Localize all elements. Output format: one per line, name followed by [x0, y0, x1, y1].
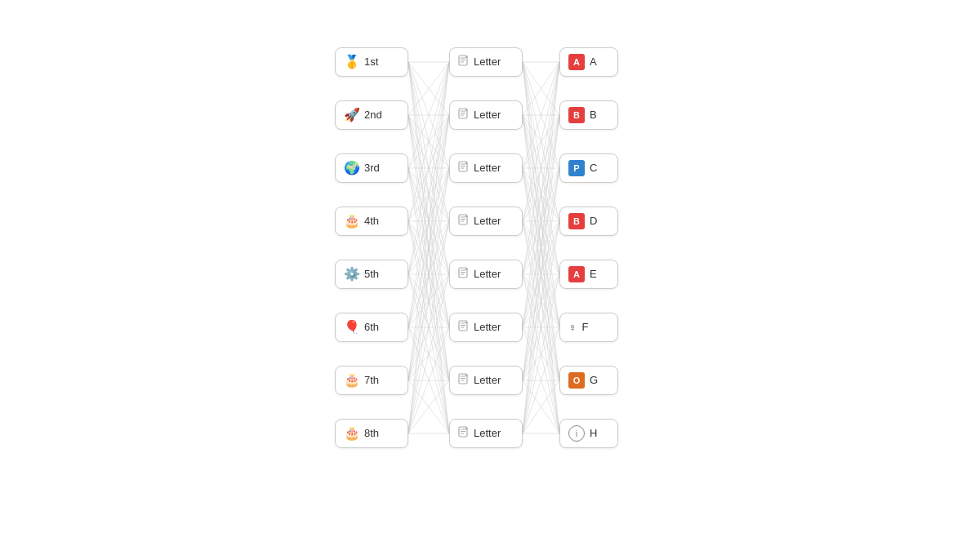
letter-icon-7 [458, 426, 470, 440]
svg-line-84 [408, 168, 449, 327]
left-label-6: 7th [364, 374, 379, 386]
svg-line-14 [408, 62, 449, 433]
svg-line-42 [408, 168, 449, 327]
right-label-4: E [590, 268, 597, 280]
right-node-2[interactable]: P C [559, 153, 618, 183]
svg-line-116 [408, 168, 449, 433]
svg-line-85 [523, 168, 559, 327]
middle-node-0[interactable]: Letter [449, 47, 523, 77]
svg-line-21 [523, 115, 559, 168]
svg-line-86 [408, 221, 449, 327]
svg-line-13 [523, 62, 559, 380]
right-node-0[interactable]: A A [559, 47, 618, 77]
right-node-3[interactable]: B D [559, 207, 618, 236]
right-label-0: A [590, 56, 597, 68]
svg-line-112 [408, 62, 449, 433]
svg-line-110 [408, 380, 449, 433]
svg-line-38 [408, 168, 449, 221]
svg-line-62 [408, 221, 449, 433]
right-node-4[interactable]: A E [559, 260, 618, 289]
badge-0: A [568, 54, 585, 70]
svg-line-60 [408, 221, 449, 380]
svg-line-79 [523, 274, 559, 433]
svg-line-100 [408, 168, 449, 380]
svg-line-40 [408, 168, 449, 274]
right-node-5[interactable]: ♀ F [559, 313, 618, 342]
middle-label-7: Letter [474, 427, 501, 439]
svg-line-97 [523, 62, 559, 380]
left-node-4[interactable]: ⚙️ 5th [335, 260, 408, 289]
left-label-7: 8th [364, 427, 379, 439]
middle-node-5[interactable]: Letter [449, 313, 523, 342]
middle-node-3[interactable]: Letter [449, 207, 523, 236]
badge-3: B [568, 213, 585, 229]
left-emoji-6: 🎂 [344, 374, 360, 387]
svg-line-10 [408, 62, 449, 327]
left-label-1: 2nd [364, 109, 382, 121]
svg-line-11 [523, 62, 559, 327]
middle-label-3: Letter [474, 215, 501, 227]
svg-line-59 [523, 221, 559, 327]
svg-line-61 [523, 221, 559, 380]
left-node-0[interactable]: 🥇 1st [335, 47, 408, 77]
svg-line-64 [408, 62, 449, 274]
svg-line-22 [408, 115, 449, 221]
left-emoji-7: 🎂 [344, 427, 360, 440]
svg-line-89 [523, 274, 559, 327]
svg-line-49 [523, 62, 559, 221]
right-node-6[interactable]: O G [559, 366, 618, 395]
letter-icon-6 [458, 373, 470, 387]
svg-line-27 [523, 115, 559, 327]
svg-line-107 [523, 327, 559, 380]
left-label-0: 1st [364, 56, 378, 68]
svg-line-88 [408, 274, 449, 327]
svg-line-96 [408, 62, 449, 380]
right-node-1[interactable]: B B [559, 100, 618, 130]
middle-label-0: Letter [474, 56, 501, 68]
svg-line-95 [523, 327, 559, 433]
svg-line-28 [408, 115, 449, 380]
left-emoji-5: 🎈 [344, 321, 360, 334]
svg-line-46 [408, 168, 449, 433]
svg-line-74 [408, 274, 449, 327]
badge-1: B [568, 107, 585, 123]
middle-node-6[interactable]: Letter [449, 366, 523, 395]
left-node-6[interactable]: 🎂 7th [335, 366, 408, 395]
left-node-2[interactable]: 🌍 3rd [335, 153, 408, 183]
letter-icon-0 [458, 55, 470, 69]
left-node-1[interactable]: 🚀 2nd [335, 100, 408, 130]
svg-line-98 [408, 115, 449, 380]
svg-line-12 [408, 62, 449, 380]
right-node-7[interactable]: i H [559, 419, 618, 448]
middle-label-5: Letter [474, 321, 501, 333]
svg-line-120 [408, 274, 449, 433]
left-emoji-3: 🎂 [344, 215, 360, 228]
left-node-5[interactable]: 🎈 6th [335, 313, 408, 342]
svg-line-5 [523, 62, 559, 168]
svg-line-111 [523, 380, 559, 433]
middle-node-2[interactable]: Letter [449, 153, 523, 183]
middle-node-4[interactable]: Letter [449, 260, 523, 289]
svg-line-39 [523, 168, 559, 221]
svg-line-16 [408, 62, 449, 115]
svg-line-52 [408, 168, 449, 221]
svg-line-99 [523, 115, 559, 380]
middle-node-1[interactable]: Letter [449, 100, 523, 130]
letter-icon-2 [458, 161, 470, 175]
svg-line-92 [408, 327, 449, 380]
svg-line-7 [523, 62, 559, 221]
svg-line-15 [523, 62, 559, 433]
letter-icon-4 [458, 267, 470, 281]
svg-line-114 [408, 115, 449, 433]
left-node-7[interactable]: 🎂 8th [335, 419, 408, 448]
svg-line-76 [408, 274, 449, 380]
svg-line-75 [523, 274, 559, 327]
svg-line-87 [523, 221, 559, 327]
svg-line-121 [523, 274, 559, 433]
middle-node-7[interactable]: Letter [449, 419, 523, 448]
left-node-3[interactable]: 🎂 4th [335, 207, 408, 236]
svg-line-82 [408, 115, 449, 327]
svg-line-30 [408, 115, 449, 433]
svg-line-102 [408, 221, 449, 380]
svg-line-6 [408, 62, 449, 221]
